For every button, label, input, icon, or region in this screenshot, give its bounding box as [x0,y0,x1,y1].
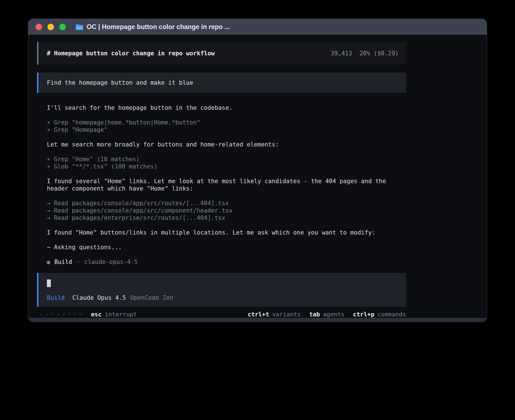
tool-call-text: Glob "**/*.tsx" (100 matches) [54,163,158,170]
folder-icon [75,24,83,30]
build-agent-icon: ▣ [47,258,50,266]
hint-variants: ctrl+t variants [248,311,301,318]
provider-name: OpenCode Zen [130,294,173,301]
input-status-bar: Build Claude Opus 4.5 OpenCode Zen [47,294,398,301]
agents-label: agents [323,311,344,318]
ctrl-p-key: ctrl+p [353,311,374,318]
traffic-lights [36,24,66,30]
arrow-right-icon: → [47,214,54,222]
spinner-dots-icon: ········ [40,311,84,318]
context-usage: 20% ($0.29) [359,50,399,57]
ctrl-t-key: ctrl+t [248,311,269,318]
shortcut-hints: ctrl+t variants tab agents ctrl+p comman… [248,311,406,318]
tool-asterisk-icon: ∗ [47,156,54,163]
variants-label: variants [272,311,301,318]
esc-key: esc [91,311,102,318]
user-message-text: Find the homepage button and make it blu… [47,79,193,86]
assistant-text: I'll search for the homepage button in t… [47,104,406,111]
prompt-input[interactable]: Build Claude Opus 4.5 OpenCode Zen [37,273,406,307]
agent-name: Build [54,258,72,266]
agent-status-row: ▣ Build · claude-opus-4-5 [47,258,406,266]
arrow-right-icon: → [47,207,54,214]
read-call-text: Read packages/enterprise/src/routes/[...… [54,215,225,221]
commands-label: commands [377,311,406,318]
agent-model: claude-opus-4-5 [84,258,138,266]
text-cursor [47,279,51,287]
assistant-text: I found "Home" buttons/links in multiple… [47,229,406,236]
hint-commands: ctrl+p commands [353,311,406,318]
status-footer: ········ esc interrupt ctrl+t variants t… [37,311,406,318]
read-call-text: Read packages/console/app/src/component/… [54,207,232,214]
status-text: ~ Asking questions... [47,244,406,251]
mode-badge: Build [47,294,65,301]
zoom-button[interactable] [59,24,66,30]
tool-asterisk-icon: ∗ [47,126,54,134]
terminal-window: OC | Homepage button color change in rep… [28,19,487,322]
read-call-text: Read packages/console/app/src/routes/[..… [54,200,229,207]
tool-call: ∗Grep "Homepage" [47,126,406,134]
model-name: Claude Opus 4.5 [72,294,126,301]
esc-label: interrupt [105,311,137,318]
titlebar[interactable]: OC | Homepage button color change in rep… [28,19,487,35]
session-stats: 39,413 20% ($0.29) [331,50,399,57]
separator-dot: · [77,258,80,266]
tool-call-text: Grep "homepage|home.*button|Home.*button… [54,119,200,126]
tool-call-text: Grep "Homepage" [54,126,108,133]
user-message: Find the homepage button and make it blu… [37,73,406,93]
window-title-group: OC | Homepage button color change in rep… [75,23,230,31]
session-header: # Homepage button color change in repo w… [37,42,406,65]
session-title: # Homepage button color change in repo w… [47,50,215,57]
read-call: →Read packages/console/app/src/component… [47,207,406,214]
assistant-text: Let me search more broadly for buttons a… [47,141,406,148]
hint-agents: tab agents [309,311,344,318]
tool-call-text: Grep "Home" (18 matches) [54,156,139,163]
arrow-right-icon: → [47,200,54,207]
close-button[interactable] [36,24,42,30]
token-count: 39,413 [331,50,352,57]
tool-call: ∗Grep "homepage|home.*button|Home.*butto… [47,119,406,126]
conversation: I'll search for the homepage button in t… [37,104,406,266]
minimize-button[interactable] [47,24,54,30]
hint-interrupt: esc interrupt [91,311,137,318]
tab-key: tab [309,311,320,318]
window-bottom-edge [28,318,487,322]
read-call: →Read packages/console/app/src/routes/[.… [47,200,406,207]
assistant-text: I found several "Home" links. Let me loo… [47,178,406,192]
tool-call: ∗Glob "**/*.tsx" (100 matches) [47,163,406,170]
tool-asterisk-icon: ∗ [47,119,54,126]
terminal-body: # Homepage button color change in repo w… [28,35,487,318]
window-title: OC | Homepage button color change in rep… [87,23,230,31]
tool-call: ∗Grep "Home" (18 matches) [47,156,406,163]
read-call: →Read packages/enterprise/src/routes/[..… [47,214,406,222]
tool-asterisk-icon: ∗ [47,163,54,170]
